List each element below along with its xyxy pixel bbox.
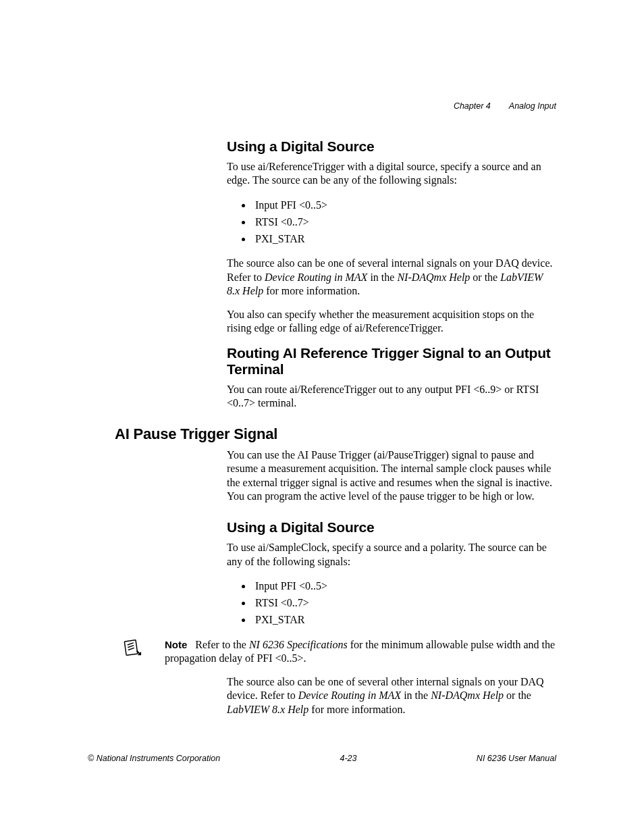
list-item: RTSI <0..7>: [252, 214, 556, 231]
list-item: Input PFI <0..5>: [252, 197, 556, 214]
section-using-digital-source-2: Using a Digital Source To use ai/SampleC…: [227, 513, 556, 628]
paragraph: You can route ai/ReferenceTrigger out to…: [227, 383, 556, 411]
section-ai-pause-trigger: AI Pause Trigger Signal You can use the …: [115, 425, 556, 504]
paragraph: You can use the AI Pause Trigger (ai/Pau…: [227, 448, 556, 504]
running-header: Chapter 4 Analog Input: [454, 101, 556, 111]
footer-copyright: © National Instruments Corporation: [88, 754, 220, 763]
header-title: Analog Input: [509, 101, 556, 111]
paragraph: The source also can be one of several in…: [227, 257, 556, 298]
note-icon: [122, 638, 142, 661]
list-item: RTSI <0..7>: [252, 595, 556, 612]
note-label: Note: [165, 639, 187, 650]
bullet-list: Input PFI <0..5> RTSI <0..7> PXI_STAR: [227, 197, 556, 247]
paragraph: The source also can be one of several ot…: [227, 675, 556, 716]
content-area: Using a Digital Source To use ai/Referen…: [115, 138, 556, 716]
paragraph: To use ai/SampleClock, specify a source …: [227, 541, 556, 569]
heading-using-digital-source-1: Using a Digital Source: [227, 138, 556, 155]
list-item: PXI_STAR: [252, 612, 556, 629]
heading-using-digital-source-2: Using a Digital Source: [227, 519, 556, 536]
section-routing-ref-trigger: Routing AI Reference Trigger Signal to a…: [227, 345, 556, 411]
heading-ai-pause-trigger: AI Pause Trigger Signal: [115, 425, 556, 443]
header-chapter: Chapter 4: [454, 101, 491, 111]
section-using-digital-source-1: Using a Digital Source To use ai/Referen…: [227, 138, 556, 336]
footer-manual-title: NI 6236 User Manual: [477, 754, 556, 763]
page: Chapter 4 Analog Input Using a Digital S…: [0, 0, 644, 834]
paragraph: To use ai/ReferenceTrigger with a digita…: [227, 160, 556, 188]
bullet-list: Input PFI <0..5> RTSI <0..7> PXI_STAR: [227, 578, 556, 628]
note-text: Note Refer to the NI 6236 Specifications…: [165, 638, 556, 666]
section-source-internal: The source also can be one of several ot…: [227, 675, 556, 716]
footer-page-number: 4-23: [340, 754, 356, 763]
paragraph: You also can specify whether the measure…: [227, 308, 556, 336]
svg-rect-0: [124, 640, 138, 655]
list-item: Input PFI <0..5>: [252, 578, 556, 595]
page-footer: © National Instruments Corporation 4-23 …: [88, 754, 556, 763]
list-item: PXI_STAR: [252, 231, 556, 248]
heading-routing-ref-trigger: Routing AI Reference Trigger Signal to a…: [227, 345, 556, 377]
note-block: Note Refer to the NI 6236 Specifications…: [115, 638, 556, 666]
